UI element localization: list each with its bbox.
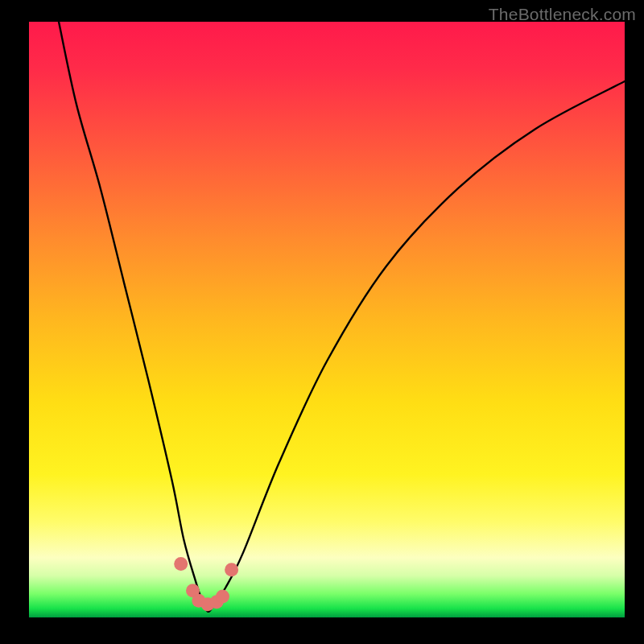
highlight-markers <box>174 557 238 611</box>
marker-dot <box>225 563 238 576</box>
marker-dot <box>174 557 188 571</box>
curve-svg <box>29 22 625 617</box>
chart-frame: TheBottleneck.com <box>0 0 644 644</box>
marker-dot <box>216 590 229 604</box>
plot-area <box>29 22 625 617</box>
bottleneck-curve <box>59 22 625 612</box>
